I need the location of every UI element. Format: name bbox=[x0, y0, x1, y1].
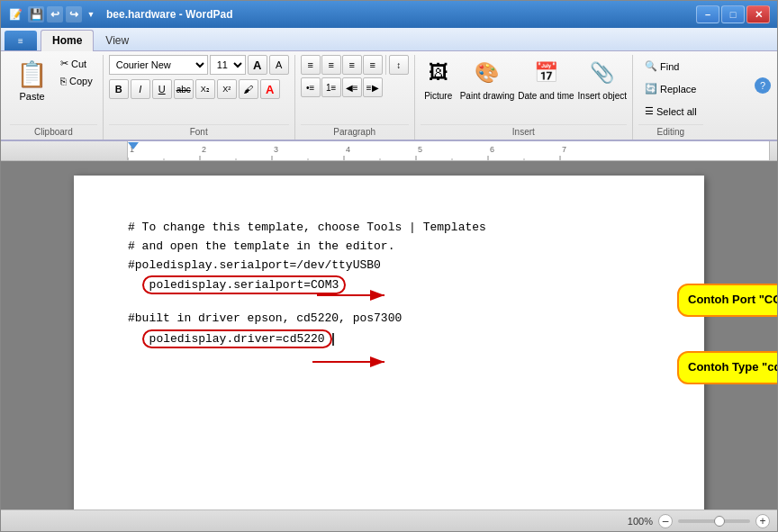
font-shrink-button[interactable]: A bbox=[269, 55, 289, 75]
tab-home[interactable]: Home bbox=[41, 30, 94, 51]
replace-icon: 🔄 bbox=[645, 83, 657, 95]
ribbon-group-paragraph: ≡ ≡ ≡ ≡ ↕ •≡ 1≡ ◀≡ ≡▶ Paragraph bbox=[295, 55, 415, 140]
document-area[interactable]: # To change this template, choose Tools … bbox=[1, 161, 777, 509]
line-spacing-button[interactable]: ↕ bbox=[389, 55, 409, 75]
doc-line-7: #built in driver epson, cd5220, pos7300 bbox=[128, 310, 650, 329]
ribbon-group-editing: 🔍 Find 🔄 Replace ☰ Select all Editing bbox=[633, 55, 709, 140]
svg-text:6: 6 bbox=[490, 145, 494, 154]
maximize-button[interactable]: □ bbox=[721, 5, 745, 23]
ribbon-tabs: ≡ Home View bbox=[1, 28, 777, 51]
align-right-button[interactable]: ≡ bbox=[342, 55, 362, 75]
font-grow-button[interactable]: A bbox=[248, 55, 267, 75]
bullets-button[interactable]: •≡ bbox=[301, 77, 321, 97]
highlighted-serialport: poledisplay.serialport=COM3 bbox=[142, 275, 347, 294]
window: 📝 💾 ↩ ↪ ▼ bee.hardware - WordPad – □ ✕ ≡… bbox=[0, 0, 778, 532]
find-icon: 🔍 bbox=[645, 60, 657, 72]
status-right: 100% – + bbox=[628, 514, 770, 528]
status-bar: 100% – + bbox=[1, 509, 777, 531]
select-all-icon: ☰ bbox=[645, 105, 654, 117]
indent-less-button[interactable]: ◀≡ bbox=[342, 77, 362, 97]
zoom-in-button[interactable]: + bbox=[755, 514, 770, 528]
picture-label: Picture bbox=[424, 91, 452, 101]
svg-text:4: 4 bbox=[346, 145, 350, 154]
zoom-thumb bbox=[714, 516, 725, 527]
zoom-percent: 100% bbox=[628, 516, 653, 527]
underline-button[interactable]: U bbox=[152, 79, 172, 99]
picture-button[interactable]: 🖼 Picture bbox=[421, 55, 457, 101]
font-label: Font bbox=[109, 124, 289, 140]
highlight-button[interactable]: 🖌 bbox=[239, 79, 258, 99]
font-color-button[interactable]: A bbox=[260, 79, 280, 99]
replace-button[interactable]: 🔄 Replace bbox=[638, 79, 702, 98]
picture-icon: 🖼 bbox=[421, 55, 457, 91]
minimize-button[interactable]: – bbox=[696, 5, 719, 23]
cut-icon: ✂ bbox=[60, 58, 68, 69]
callout-1-text: Contoh Port "COM3" bbox=[677, 284, 777, 317]
doc-line-8: poledisplay.driver=cd5220 bbox=[128, 330, 650, 349]
close-button[interactable]: ✕ bbox=[746, 5, 770, 23]
subscript-button[interactable]: X₂ bbox=[195, 79, 215, 99]
insert-icon: 📎 bbox=[584, 55, 620, 91]
zoom-slider[interactable] bbox=[678, 519, 750, 523]
quick-save-btn[interactable]: 💾 bbox=[28, 6, 44, 23]
datetime-icon: 📅 bbox=[528, 55, 564, 91]
insert-object-button[interactable]: 📎 Insert object bbox=[578, 55, 627, 101]
datetime-label: Date and time bbox=[518, 91, 574, 101]
menu-arrow[interactable]: ▼ bbox=[85, 6, 97, 23]
zoom-out-button[interactable]: – bbox=[658, 514, 673, 528]
editing-label: Editing bbox=[638, 124, 703, 140]
select-all-button[interactable]: ☰ Select all bbox=[638, 102, 703, 121]
document-page[interactable]: # To change this template, choose Tools … bbox=[74, 176, 704, 509]
help-button[interactable]: ? bbox=[755, 77, 771, 94]
ribbon-group-clipboard: 📋 Paste ✂ Cut ⎘ Copy Clipboar bbox=[5, 55, 104, 140]
find-button[interactable]: 🔍 Find bbox=[638, 57, 685, 76]
strikethrough-button[interactable]: abc bbox=[174, 79, 194, 99]
tab-view[interactable]: View bbox=[94, 30, 140, 51]
paint-drawing-button[interactable]: 🎨 Paint drawing bbox=[460, 55, 515, 101]
quick-undo-btn[interactable]: ↩ bbox=[47, 6, 63, 23]
ribbon-group-font: Courier New 11 A A B I U abc X₂ bbox=[104, 55, 295, 140]
numbering-button[interactable]: 1≡ bbox=[321, 77, 341, 97]
paint-icon: 🎨 bbox=[469, 55, 505, 91]
window-title: bee.hardware - WordPad bbox=[106, 8, 696, 21]
paste-icon: 📋 bbox=[16, 59, 48, 89]
doc-line-1 bbox=[128, 212, 650, 219]
copy-icon: ⎘ bbox=[60, 76, 67, 86]
cut-button[interactable]: ✂ Cut bbox=[56, 55, 97, 72]
ribbon-group-insert: 🖼 Picture 🎨 Paint drawing 📅 Date and tim… bbox=[415, 55, 633, 140]
insert-label: Insert bbox=[421, 124, 627, 140]
title-bar: 📝 💾 ↩ ↪ ▼ bee.hardware - WordPad – □ ✕ bbox=[1, 1, 777, 28]
svg-text:2: 2 bbox=[202, 145, 206, 154]
window-controls: – □ ✕ bbox=[696, 5, 770, 23]
indent-more-button[interactable]: ≡▶ bbox=[363, 77, 383, 97]
align-center-button[interactable]: ≡ bbox=[321, 55, 341, 75]
justify-button[interactable]: ≡ bbox=[363, 55, 383, 75]
superscript-button[interactable]: X² bbox=[217, 79, 237, 99]
quick-redo-btn[interactable]: ↪ bbox=[66, 6, 82, 23]
app-icon: 📝 bbox=[8, 7, 23, 22]
paint-label: Paint drawing bbox=[460, 91, 515, 101]
font-family-select[interactable]: Courier New bbox=[109, 55, 208, 75]
doc-line-3: # and open the template in the editor. bbox=[128, 238, 650, 257]
callout-2-text: Contoh Type "cd5220" bbox=[677, 351, 777, 384]
ruler-inner: 1 2 3 4 5 6 7 bbox=[127, 141, 770, 160]
svg-text:7: 7 bbox=[562, 145, 566, 154]
office-button[interactable]: ≡ bbox=[5, 31, 37, 50]
datetime-button[interactable]: 📅 Date and time bbox=[518, 55, 574, 101]
svg-text:3: 3 bbox=[274, 145, 278, 154]
doc-line-4: #poledisplay.serialport=/dev/ttyUSB0 bbox=[128, 257, 650, 275]
paste-button[interactable]: 📋 Paste bbox=[10, 55, 54, 106]
svg-text:5: 5 bbox=[418, 145, 422, 154]
italic-button[interactable]: I bbox=[131, 79, 150, 99]
insert-label: Insert object bbox=[578, 91, 627, 101]
clipboard-label: Clipboard bbox=[10, 124, 97, 140]
align-left-button[interactable]: ≡ bbox=[301, 55, 321, 75]
copy-button[interactable]: ⎘ Copy bbox=[56, 73, 97, 89]
paragraph-label: Paragraph bbox=[301, 124, 409, 140]
highlighted-driver: poledisplay.driver=cd5220 bbox=[142, 329, 332, 348]
ribbon: 📋 Paste ✂ Cut ⎘ Copy Clipboar bbox=[1, 51, 777, 141]
doc-line-2: # To change this template, choose Tools … bbox=[128, 219, 650, 238]
font-size-select[interactable]: 11 bbox=[210, 55, 246, 75]
ruler: 1 2 3 4 5 6 7 bbox=[1, 141, 777, 161]
bold-button[interactable]: B bbox=[109, 79, 129, 99]
